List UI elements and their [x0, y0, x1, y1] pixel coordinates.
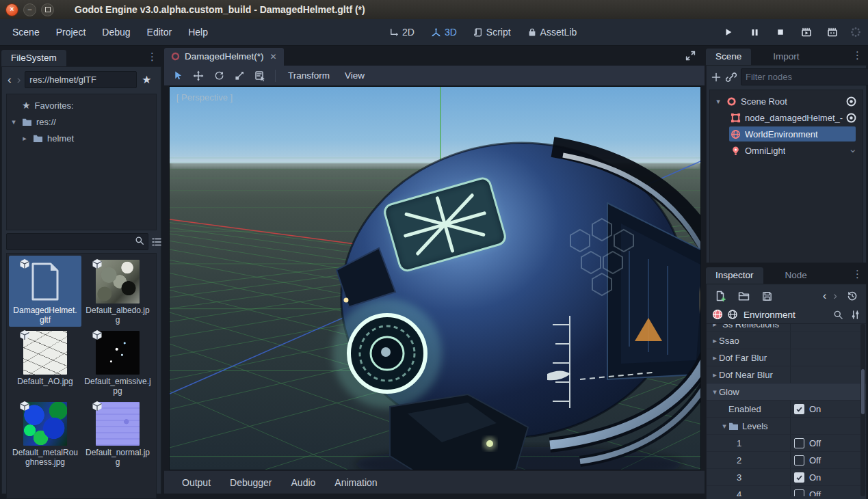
play-button[interactable] — [720, 24, 737, 40]
select-tool-icon[interactable] — [170, 68, 186, 84]
rotate-tool-icon[interactable] — [211, 68, 227, 84]
window-close-button[interactable]: × — [5, 3, 18, 16]
list-select-tool-icon[interactable] — [252, 68, 268, 84]
transform-menu[interactable]: Transform — [282, 70, 335, 81]
tree-item-res[interactable]: ▾ res:// — [7, 113, 156, 130]
scene-dock-menu-icon[interactable]: ⋮ — [852, 49, 863, 62]
move-tool-icon[interactable] — [190, 68, 207, 84]
visibility-eye-icon[interactable] — [845, 96, 857, 107]
property-row-glow[interactable]: ▾ Glow — [707, 383, 866, 400]
visibility-eye-icon[interactable] — [845, 112, 857, 124]
scrollbar-thumb[interactable] — [861, 369, 865, 414]
file-tile-normal[interactable]: Default_normal.jpg — [81, 398, 154, 469]
property-row-dof-near-blur[interactable]: ▸ Dof Near Blur — [707, 366, 866, 383]
window-minimize-button[interactable]: – — [23, 3, 36, 16]
inspector-dock-menu-icon[interactable]: ⋮ — [852, 268, 863, 280]
menu-scene[interactable]: Scene — [4, 19, 48, 45]
property-row-ssao[interactable]: ▸ Ssao — [707, 332, 866, 349]
node-row-scene-root[interactable]: ▾ Scene Root — [710, 93, 863, 109]
fold-open-icon[interactable]: ▾ — [714, 97, 722, 106]
property-row-glow-enabled[interactable]: Enabled On — [707, 400, 866, 417]
history-forward-icon[interactable]: › — [833, 289, 837, 303]
search-property-icon[interactable] — [833, 310, 843, 320]
play-custom-scene-button[interactable] — [824, 24, 841, 40]
tab-audio[interactable]: Audio — [283, 477, 324, 488]
property-row-ss-reflections[interactable]: ▸ Ss Reflections — [707, 324, 866, 332]
file-tile-emissive[interactable]: Default_emissive.jpg — [81, 327, 154, 398]
checkbox-checked-icon[interactable] — [794, 404, 804, 414]
node-row-damagedhelmet[interactable]: node_damagedHelmet_- — [710, 109, 863, 126]
favorite-star-icon[interactable]: ★ — [142, 73, 151, 86]
fold-closed-icon[interactable]: ▸ — [711, 370, 719, 379]
workspace-2d-button[interactable]: 2D — [383, 27, 420, 38]
workspace-script-button[interactable]: Script — [468, 27, 516, 38]
menu-debug[interactable]: Debug — [94, 19, 138, 45]
distraction-free-icon[interactable] — [685, 50, 696, 62]
property-row-level-4[interactable]: 4 Off — [707, 485, 866, 496]
list-view-toggle-icon[interactable] — [151, 234, 162, 250]
instance-scene-icon[interactable] — [726, 69, 737, 85]
property-row-level-3[interactable]: 3 On — [707, 468, 866, 485]
fold-open-icon[interactable]: ▾ — [720, 422, 728, 431]
tree-item-helmet[interactable]: ▸ helmet — [7, 130, 156, 146]
tab-debugger[interactable]: Debugger — [222, 477, 280, 488]
filesystem-search-input[interactable] — [6, 233, 148, 250]
nav-forward-icon[interactable]: › — [16, 73, 23, 87]
tab-scene[interactable]: Scene — [706, 49, 751, 65]
checkbox-unchecked-icon[interactable] — [794, 438, 804, 448]
file-tile-metalroughness[interactable]: Default_metalRoughness.jpg — [9, 398, 81, 469]
inspector-scrollbar[interactable] — [860, 324, 865, 496]
file-tile-albedo[interactable]: Default_albedo.jpg — [81, 256, 154, 327]
checkbox-checked-icon[interactable] — [794, 472, 804, 483]
file-tile-ao[interactable]: Default_AO.jpg — [9, 327, 81, 398]
checkbox-unchecked-icon[interactable] — [794, 489, 804, 497]
scale-tool-icon[interactable] — [231, 68, 248, 84]
tab-filesystem[interactable]: FileSystem — [1, 50, 66, 66]
tab-node[interactable]: Node — [776, 267, 817, 284]
menu-project[interactable]: Project — [48, 19, 94, 45]
tab-inspector[interactable]: Inspector — [706, 267, 763, 284]
tree-item-favorites[interactable]: ★ Favorites: — [7, 97, 156, 113]
tab-animation[interactable]: Animation — [326, 477, 385, 488]
viewport-3d[interactable]: [ Perspective ] — [169, 86, 701, 470]
property-row-level-2[interactable]: 2 Off — [707, 451, 866, 468]
checkbox-unchecked-icon[interactable] — [794, 455, 804, 466]
node-row-omnilight[interactable]: OmniLight ⌄ — [710, 142, 863, 159]
filesystem-path-input[interactable] — [25, 71, 137, 88]
add-node-icon[interactable] — [711, 69, 722, 85]
file-tile-damagedhelmet[interactable]: DamagedHelmet.gltf — [9, 256, 81, 327]
play-scene-button[interactable] — [798, 24, 815, 40]
menu-editor[interactable]: Editor — [139, 19, 181, 45]
nav-back-icon[interactable]: ‹ — [6, 73, 13, 87]
fold-closed-icon[interactable]: ▸ — [711, 336, 719, 345]
perspective-label[interactable]: [ Perspective ] — [176, 92, 233, 103]
filesystem-menu-icon[interactable]: ⋮ — [147, 51, 157, 63]
stop-button[interactable] — [772, 24, 789, 40]
load-resource-folder-icon[interactable] — [735, 288, 752, 304]
save-resource-icon[interactable] — [759, 288, 775, 304]
fold-closed-icon[interactable]: ▸ — [711, 353, 719, 362]
pause-button[interactable] — [746, 24, 763, 40]
tab-close-icon[interactable]: ✕ — [270, 52, 277, 62]
fold-closed-icon[interactable]: ▸ — [21, 134, 29, 143]
workspace-3d-button[interactable]: 3D — [425, 27, 462, 38]
view-menu[interactable]: View — [339, 70, 370, 81]
fold-open-icon[interactable]: ▾ — [711, 388, 719, 396]
scene-tab-damagedhelmet[interactable]: DamagedHelmet(*) ✕ — [164, 48, 284, 66]
window-maximize-button[interactable] — [41, 3, 54, 16]
new-resource-icon[interactable] — [712, 288, 728, 304]
filter-nodes-input[interactable] — [741, 68, 868, 85]
menu-help[interactable]: Help — [180, 19, 216, 45]
node-row-worldenvironment[interactable]: WorldEnvironment — [710, 126, 863, 142]
tab-import[interactable]: Import — [763, 49, 808, 65]
object-history-icon[interactable] — [844, 288, 860, 304]
tools-sliders-icon[interactable] — [850, 310, 860, 320]
property-row-level-1[interactable]: 1 Off — [707, 434, 866, 451]
edited-resource-row[interactable]: Environment — [707, 307, 866, 324]
tab-output[interactable]: Output — [174, 477, 219, 488]
property-row-levels[interactable]: ▾ Levels — [707, 417, 866, 434]
fold-open-icon[interactable]: ▾ — [10, 118, 18, 126]
property-row-dof-far-blur[interactable]: ▸ Dof Far Blur — [707, 349, 866, 366]
workspace-assetlib-button[interactable]: AssetLib — [522, 27, 583, 38]
history-back-icon[interactable]: ‹ — [823, 289, 827, 303]
